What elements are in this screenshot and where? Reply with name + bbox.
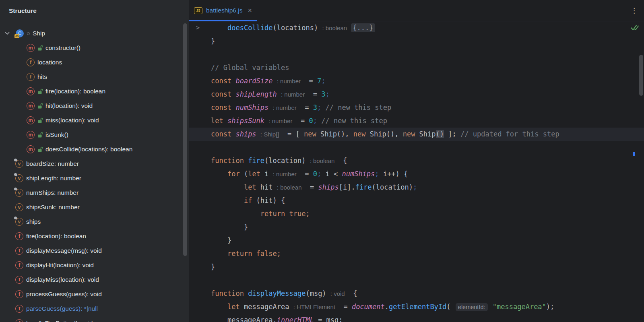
method-icon: m (27, 145, 35, 153)
unlocked-padlock-icon (37, 147, 43, 152)
const-pin-icon (14, 173, 17, 176)
code-token: (hit) { (256, 196, 285, 204)
code-token: ( (244, 170, 248, 178)
structure-item-label: displayMiss(location): void (26, 276, 99, 283)
editor-scrollbar-thumb[interactable] (639, 55, 643, 96)
code-line: function fire(location) : boolean { (189, 154, 644, 167)
code-token: shipsSunk (227, 117, 268, 125)
code-token: let (227, 303, 244, 311)
structure-item-handlefirebutton-void[interactable]: fhandleFireButton(): void (0, 316, 189, 322)
structure-item-fire-location-boolean[interactable]: mfire(location): boolean (0, 84, 189, 99)
code-token: ]; (444, 130, 456, 138)
code-token: = (297, 170, 313, 178)
code-token: ); (546, 303, 554, 311)
structure-item-label: displayMessage(msg): void (26, 247, 102, 254)
code-token: ; (325, 90, 329, 98)
structure-item-hit-location-void[interactable]: mhit(location): void (0, 99, 189, 113)
code-token: const (211, 130, 235, 138)
code-token: } (211, 263, 215, 271)
structure-item-label: locations (37, 59, 62, 66)
method-icon: m (27, 102, 35, 110)
code-line: let messageArea : HTMLElement = document… (189, 300, 644, 314)
caret-code-line: const ships : Ship[] = [ new Ship(), new… (189, 128, 644, 141)
structure-item-numships-number[interactable]: vnumShips: number (0, 186, 189, 200)
js-badge-icon: JS (14, 34, 19, 38)
code-token: = (297, 103, 313, 111)
code-token (211, 170, 227, 178)
structure-item-issunk[interactable]: misSunk() (0, 128, 189, 142)
code-token: ships (318, 183, 339, 191)
structure-item-shipssunk-number[interactable]: vshipsSunk: number (0, 200, 189, 215)
structure-item-boardsize-number[interactable]: vboardSize: number (0, 157, 189, 171)
structure-item-label: processGuess(guess): void (26, 291, 102, 298)
structure-tree: CJSShipmconstructor()flocationsfhitsmfir… (0, 26, 189, 322)
code-token: 0 (309, 117, 313, 125)
const-pin-icon (14, 188, 17, 190)
code-token: const (211, 77, 235, 85)
structure-item-hits[interactable]: fhits (0, 70, 189, 84)
tab-close-icon[interactable]: × (248, 7, 252, 14)
code-token (211, 210, 260, 218)
code-token: . (385, 303, 389, 311)
field-icon: f (27, 73, 35, 81)
code-token (211, 183, 244, 191)
variable-icon: v (15, 160, 23, 168)
code-token: // Global variables (211, 64, 289, 72)
type-inlay-hint: : number (273, 104, 297, 111)
code-token: displayMessage (248, 289, 305, 297)
code-token (456, 130, 460, 138)
code-line (189, 274, 644, 287)
method-icon: m (27, 116, 35, 124)
structure-item-processguess-guess-void[interactable]: fprocessGuess(guess): void (0, 287, 189, 301)
structure-item-label: doesCollide(locations): boolean (45, 146, 132, 153)
inspections-ok-icon[interactable] (630, 24, 639, 31)
tab-battleship6-js[interactable]: JS battleship6.js × (189, 0, 257, 21)
folded-code-placeholder[interactable]: {...} (351, 23, 375, 32)
structure-item-locations[interactable]: flocations (0, 55, 189, 70)
more-options-icon[interactable]: ⋮ (631, 6, 638, 15)
structure-item-fire-location-boolean[interactable]: ffire(location): boolean (0, 229, 189, 244)
code-token: ships (235, 130, 260, 138)
code-token: const (211, 90, 235, 98)
structure-item-label: displayHit(location): void (26, 262, 94, 269)
error-stripe-caret-mark[interactable] (633, 152, 635, 156)
fold-region-chevron-icon[interactable]: > (196, 21, 200, 35)
code-line: messageArea.innerHTML = msg; (189, 314, 644, 322)
code-token (317, 117, 321, 125)
code-token: let (211, 117, 227, 125)
unlocked-padlock-icon (37, 45, 43, 51)
code-token: messageArea (244, 303, 293, 311)
structure-item-displayhit-location-void[interactable]: fdisplayHit(location): void (0, 258, 189, 272)
code-token: messageArea. (211, 316, 277, 322)
structure-item-displaymiss-location-void[interactable]: fdisplayMiss(location): void (0, 272, 189, 287)
code-token: let (244, 183, 260, 191)
type-inlay-hint: : boolean (277, 184, 302, 191)
structure-item-constructor[interactable]: mconstructor() (0, 41, 189, 55)
code-token: hit (260, 183, 277, 191)
chevron-down-icon[interactable] (5, 32, 10, 35)
structure-item-ships[interactable]: vships (0, 215, 189, 229)
code-token (211, 250, 227, 258)
code-token: 7 (317, 77, 321, 85)
code-token: return true; (260, 210, 310, 218)
structure-item-doescollide-locations-boolean[interactable]: mdoesCollide(locations): boolean (0, 142, 189, 157)
code-token: fire (248, 157, 264, 165)
code-token: fire (355, 183, 372, 191)
code-token: ; (317, 170, 321, 178)
variable-icon: v (15, 174, 23, 182)
code-editor[interactable]: > doesCollide(locations) : boolean {...}… (189, 21, 644, 322)
structure-scrollbar-thumb[interactable] (183, 23, 187, 256)
field-icon: f (27, 58, 35, 66)
structure-item-miss-location-void[interactable]: mmiss(location): void (0, 113, 189, 128)
type-inlay-hint: : number (268, 118, 292, 124)
code-line: } (189, 35, 644, 48)
structure-item-shiplength-number[interactable]: vshipLength: number (0, 171, 189, 186)
structure-panel: Structure CJSShipmconstructor()flocation… (0, 0, 189, 322)
code-token: } (211, 223, 248, 231)
structure-item-ship[interactable]: CJSShip (0, 26, 189, 41)
structure-item-parseguess-guess-null[interactable]: fparseGuess(guess): *|null (0, 301, 189, 316)
structure-item-displaymessage-msg-void[interactable]: fdisplayMessage(msg): void (0, 244, 189, 258)
tab-label: battleship6.js (206, 7, 242, 14)
structure-item-label: fire(location): boolean (45, 88, 105, 95)
unlocked-padlock-icon (37, 103, 43, 109)
